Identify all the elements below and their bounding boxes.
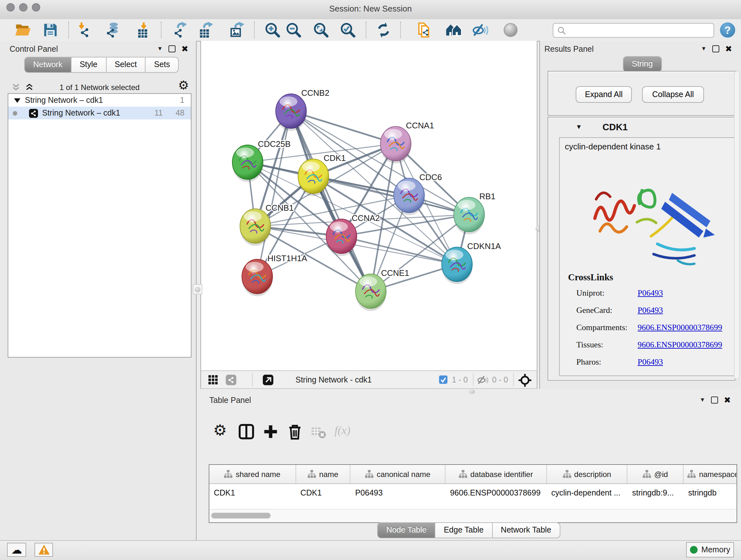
- tab-network[interactable]: Network: [24, 57, 71, 73]
- hidden-count-icon[interactable]: [477, 374, 488, 386]
- search-input[interactable]: [566, 25, 714, 36]
- column-header-database-identifier[interactable]: database identifier: [446, 465, 547, 483]
- birdseye-view-icon[interactable]: [262, 374, 274, 386]
- zoom-fit-icon[interactable]: [313, 22, 329, 38]
- gear-icon[interactable]: ⚙: [178, 79, 189, 91]
- table-settings-gear-icon[interactable]: ⚙: [213, 423, 231, 441]
- tab-network-table[interactable]: Network Table: [492, 522, 560, 538]
- network-node-cdk1[interactable]: CDK1: [298, 153, 346, 196]
- selected-count-icon[interactable]: [439, 375, 448, 384]
- expand-all-button[interactable]: Expand All: [576, 86, 632, 103]
- crosslink-label: Pharos:: [576, 357, 601, 367]
- network-thumbnail-icon[interactable]: [225, 374, 237, 386]
- help-icon[interactable]: ?: [719, 22, 736, 38]
- import-table-icon[interactable]: [134, 22, 151, 38]
- export-table-icon[interactable]: [198, 22, 214, 38]
- crosslink-link[interactable]: 9606.ENSP00000378699: [637, 340, 722, 350]
- delete-column-icon[interactable]: [286, 423, 304, 441]
- export-image-icon[interactable]: [229, 22, 246, 38]
- collapse-section-icon[interactable]: ▼: [576, 123, 582, 130]
- warnings-button[interactable]: [35, 543, 53, 557]
- cloud-button[interactable]: ☁: [7, 543, 26, 557]
- open-session-icon[interactable]: [15, 22, 31, 38]
- column-header-description[interactable]: description: [547, 465, 627, 483]
- table-cell[interactable]: 9606.ENSP00000378699: [446, 488, 547, 497]
- add-column-icon[interactable]: [262, 423, 280, 441]
- column-header--id[interactable]: @id: [628, 465, 684, 483]
- table-cell[interactable]: CDK1: [209, 488, 296, 497]
- home-view-icon[interactable]: [446, 22, 462, 38]
- network-node-hist1h1a[interactable]: HIST1H1A: [242, 253, 307, 296]
- table-cell[interactable]: cyclin-dependent ...: [547, 488, 627, 497]
- crosslink-link[interactable]: 9606.ENSP00000378699: [637, 322, 722, 333]
- network-view[interactable]: CCNB2CCNA1CDC25BCDK1CDC6RB1CCNB1CCNA2CDK…: [200, 41, 537, 370]
- collapse-all-button[interactable]: Collapse All: [642, 86, 704, 103]
- zoom-out-icon[interactable]: [285, 22, 302, 38]
- save-session-icon[interactable]: [42, 22, 59, 38]
- hide-elements-icon[interactable]: [472, 22, 488, 38]
- float-panel-icon[interactable]: ▼: [157, 46, 163, 52]
- network-edge[interactable]: [257, 111, 291, 276]
- crosslink-link[interactable]: P06493: [637, 288, 663, 298]
- tree-icon: [308, 470, 316, 478]
- tab-style[interactable]: Style: [71, 57, 107, 73]
- network-node-cdc6[interactable]: CDC6: [394, 172, 442, 215]
- column-header-shared-name[interactable]: shared name: [209, 465, 296, 483]
- network-edge[interactable]: [291, 111, 396, 144]
- float-panel-icon[interactable]: ▼: [699, 397, 705, 403]
- tab-select[interactable]: Select: [106, 57, 146, 73]
- tab-node-table[interactable]: Node Table: [378, 522, 435, 538]
- share-document-icon[interactable]: [416, 22, 433, 38]
- gene-section-header[interactable]: ▼ CDK1: [548, 118, 735, 137]
- close-panel-icon[interactable]: ✖: [725, 45, 732, 53]
- import-network-from-database-icon[interactable]: [104, 22, 121, 38]
- column-header-canonical-name[interactable]: canonical name: [351, 465, 446, 483]
- network-graph[interactable]: CCNB2CCNA1CDC25BCDK1CDC6RB1CCNB1CCNA2CDK…: [201, 41, 537, 370]
- table-row[interactable]: CDK1CDK1P064939606.ENSP00000378699cyclin…: [209, 484, 737, 501]
- maximize-panel-icon[interactable]: [711, 396, 718, 403]
- tab-edge-table[interactable]: Edge Table: [435, 522, 493, 538]
- grid-view-icon[interactable]: [207, 374, 219, 386]
- bottom-splitter-handle[interactable]: [467, 389, 477, 394]
- crosslink-link[interactable]: P06493: [637, 305, 663, 315]
- network-edge[interactable]: [291, 111, 371, 291]
- maximize-panel-icon[interactable]: [712, 45, 719, 52]
- crosslink-link[interactable]: P06493: [637, 357, 663, 367]
- show-columns-icon[interactable]: [238, 423, 255, 441]
- close-panel-icon[interactable]: ✖: [181, 45, 188, 53]
- node-label-ccnb1: CCNB1: [266, 203, 293, 212]
- column-header-name[interactable]: name: [296, 465, 351, 483]
- collapse-tree-icon[interactable]: [13, 97, 21, 104]
- export-network-icon[interactable]: [172, 22, 188, 38]
- table-cell[interactable]: P06493: [351, 488, 446, 497]
- close-panel-icon[interactable]: ✖: [724, 396, 731, 404]
- memory-button[interactable]: Memory: [686, 542, 734, 557]
- network-node-ccnb2[interactable]: CCNB2: [276, 88, 329, 131]
- fit-selection-icon[interactable]: [518, 374, 532, 387]
- left-splitter-handle[interactable]: [193, 284, 202, 294]
- window-title: Session: New Session: [0, 4, 741, 13]
- table-cell[interactable]: stringdb:9...: [628, 488, 684, 497]
- tab-string[interactable]: String: [623, 56, 662, 72]
- network-node-rb1[interactable]: RB1: [454, 192, 495, 234]
- network-node-cdc25b[interactable]: CDC25B: [232, 139, 291, 182]
- table-hscrollbar-thumb[interactable]: [211, 513, 271, 518]
- network-node-cdkn1a[interactable]: CDKN1A: [442, 241, 501, 284]
- network-collection-row[interactable]: String Network – cdk1 1: [8, 94, 191, 107]
- zoom-selected-icon[interactable]: [340, 22, 356, 38]
- column-header-namespace[interactable]: namespace: [684, 465, 737, 483]
- show-sphere-icon[interactable]: [502, 22, 519, 38]
- network-node-ccna1[interactable]: CCNA1: [381, 121, 434, 164]
- table-cell[interactable]: CDK1: [296, 488, 351, 497]
- network-row-selected[interactable]: String Network – cdk1 11 48: [8, 107, 191, 119]
- float-panel-icon[interactable]: ▼: [701, 46, 706, 52]
- maximize-panel-icon[interactable]: [169, 45, 176, 52]
- results-scrollbar[interactable]: [734, 71, 740, 379]
- tab-sets[interactable]: Sets: [146, 57, 179, 73]
- import-network-icon[interactable]: [76, 22, 92, 38]
- refresh-icon[interactable]: [375, 22, 392, 38]
- zoom-in-icon[interactable]: [264, 22, 281, 38]
- crosslink-label: Uniprot:: [576, 288, 604, 298]
- search-field[interactable]: [553, 23, 714, 38]
- table-cell[interactable]: stringdb: [684, 488, 737, 497]
